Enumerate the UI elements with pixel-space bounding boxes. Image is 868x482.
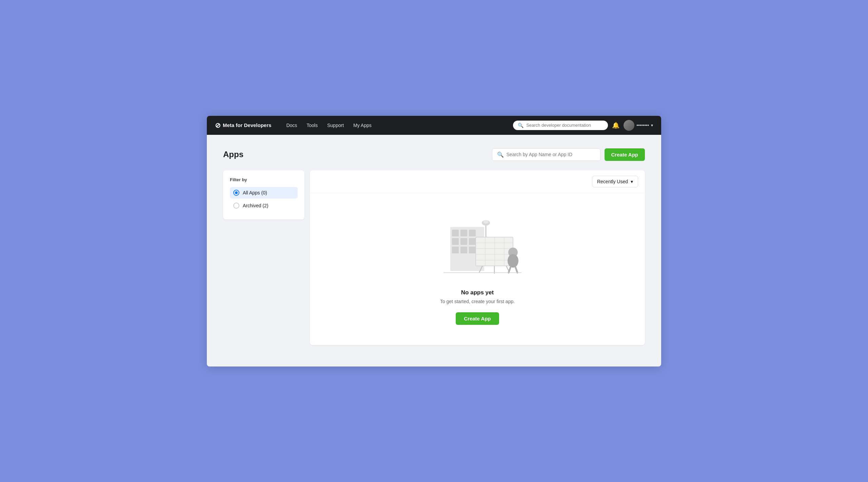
content-area: Filter by All Apps (0) Archived (2) Rece… <box>223 170 645 345</box>
user-name: ▪▪▪▪▪▪▪▪ <box>636 123 649 128</box>
filter-card: Filter by All Apps (0) Archived (2) <box>223 170 304 219</box>
brand-label: Meta for Developers <box>223 122 271 128</box>
app-search-icon: 🔍 <box>497 151 504 158</box>
sort-chevron-icon: ▾ <box>631 179 633 184</box>
avatar <box>624 120 634 131</box>
sort-dropdown[interactable]: Recently Used ▾ <box>592 176 638 187</box>
chevron-down-icon: ▾ <box>651 123 653 128</box>
svg-rect-1 <box>452 230 459 236</box>
svg-rect-8 <box>460 247 467 253</box>
search-icon: 🔍 <box>518 123 524 128</box>
app-search-bar[interactable]: 🔍 <box>492 148 600 161</box>
nav-my-apps[interactable]: My Apps <box>349 120 376 131</box>
svg-rect-6 <box>469 238 476 245</box>
nav-docs[interactable]: Docs <box>282 120 301 131</box>
empty-illustration <box>423 213 532 281</box>
navbar: ⊘ Meta for Developers Docs Tools Support… <box>207 116 661 135</box>
meta-infinity-icon: ⊘ <box>215 121 221 129</box>
filter-title: Filter by <box>230 177 298 182</box>
nav-support[interactable]: Support <box>323 120 348 131</box>
page-title: Apps <box>223 150 243 159</box>
svg-rect-9 <box>469 247 476 253</box>
empty-title: No apps yet <box>461 289 494 296</box>
svg-rect-7 <box>452 247 459 253</box>
navbar-right: 🔍 🔔 ▪▪▪▪▪▪▪▪ ▾ <box>513 120 653 131</box>
empty-subtitle: To get started, create your first app. <box>440 299 515 304</box>
navbar-brand: ⊘ Meta for Developers <box>215 121 271 129</box>
empty-state: No apps yet To get started, create your … <box>310 193 645 345</box>
svg-rect-5 <box>460 238 467 245</box>
svg-point-25 <box>508 254 518 268</box>
app-search-input[interactable] <box>507 152 595 157</box>
radio-archived <box>233 203 239 209</box>
browser-window: ⊘ Meta for Developers Docs Tools Support… <box>207 116 661 366</box>
svg-rect-13 <box>476 237 513 266</box>
svg-line-27 <box>515 267 517 273</box>
filter-archived[interactable]: Archived (2) <box>230 200 298 211</box>
user-menu[interactable]: ▪▪▪▪▪▪▪▪ ▾ <box>624 120 653 131</box>
create-app-button[interactable]: Create App <box>605 148 645 161</box>
svg-point-12 <box>483 220 489 224</box>
filter-sidebar: Filter by All Apps (0) Archived (2) <box>223 170 304 345</box>
svg-line-26 <box>509 267 511 273</box>
filter-archived-label: Archived (2) <box>243 203 268 208</box>
header-actions: 🔍 Create App <box>492 148 645 161</box>
navbar-links: Docs Tools Support My Apps <box>282 120 513 131</box>
main-content: Apps 🔍 Create App Filter by All Apps (0) <box>207 135 661 359</box>
filter-all-apps-label: All Apps (0) <box>243 190 267 195</box>
page-header: Apps 🔍 Create App <box>223 148 645 161</box>
apps-panel-header: Recently Used ▾ <box>310 170 645 193</box>
docs-search-input[interactable] <box>526 123 603 128</box>
filter-all-apps[interactable]: All Apps (0) <box>230 187 298 198</box>
docs-search-bar[interactable]: 🔍 <box>513 121 608 130</box>
svg-rect-2 <box>460 230 467 236</box>
meta-logo: ⊘ Meta for Developers <box>215 121 271 129</box>
avatar-image <box>624 120 634 131</box>
svg-rect-3 <box>469 230 476 236</box>
bell-icon[interactable]: 🔔 <box>612 122 619 129</box>
sort-label: Recently Used <box>597 179 628 184</box>
apps-panel: Recently Used ▾ <box>310 170 645 345</box>
radio-all-apps <box>233 190 239 196</box>
svg-rect-4 <box>452 238 459 245</box>
nav-tools[interactable]: Tools <box>302 120 322 131</box>
create-app-empty-button[interactable]: Create App <box>456 312 499 325</box>
